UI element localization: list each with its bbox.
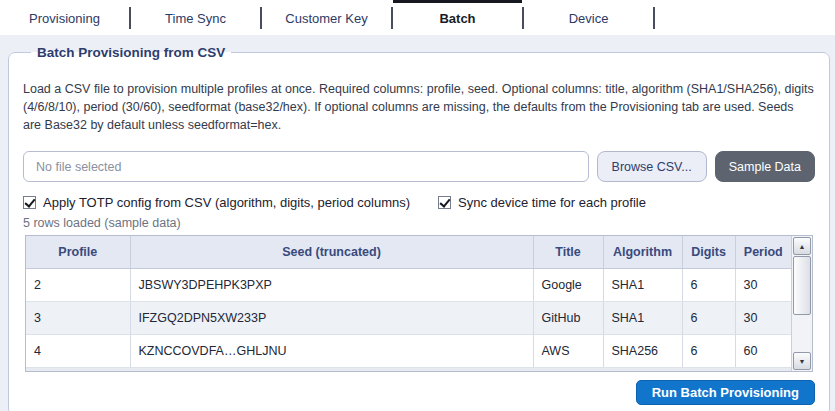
cell-title: GitHub: [533, 301, 603, 334]
cell-digits: 6: [682, 334, 735, 367]
cell-title: Google: [533, 268, 603, 301]
scroll-up-button[interactable]: ▲: [793, 237, 811, 255]
batch-groupbox: Batch Provisioning from CSV Load a CSV f…: [8, 45, 830, 411]
cell-seed: IFZGQ2DPN5XW233P: [130, 301, 533, 334]
apply-totp-config-option: Apply TOTP config from CSV (algorithm, d…: [23, 195, 410, 210]
batch-provisioning-window: Provisioning Time Sync Customer Key Batc…: [0, 0, 835, 411]
tab-time-sync[interactable]: Time Sync: [131, 0, 260, 35]
cell-profile: 2: [26, 268, 130, 301]
rows-loaded-status: 5 rows loaded (sample data): [23, 216, 815, 230]
csv-instructions-text: Load a CSV file to provision multiple pr…: [23, 80, 815, 134]
file-path-display[interactable]: No file selected: [23, 151, 589, 182]
column-header-algorithm: Algorithm: [603, 236, 682, 268]
tab-customer-key[interactable]: Customer Key: [262, 0, 391, 35]
cell-period: 60: [735, 334, 791, 367]
browse-csv-button[interactable]: Browse CSV...: [597, 151, 707, 182]
table-vertical-scrollbar[interactable]: ▲ ▼: [791, 236, 812, 371]
sync-device-time-label: Sync device time for each profile: [458, 195, 646, 210]
tab-label: Provisioning: [29, 11, 100, 26]
tab-provisioning[interactable]: Provisioning: [0, 0, 129, 35]
apply-totp-config-checkbox[interactable]: [23, 196, 36, 209]
cell-digits: 6: [682, 301, 735, 334]
cell-algorithm: SHA256: [603, 334, 682, 367]
tab-panel-batch: Batch Provisioning from CSV Load a CSV f…: [0, 35, 835, 411]
tab-separator: [653, 7, 655, 29]
sample-data-button[interactable]: Sample Data: [715, 151, 815, 182]
sync-device-time-option: Sync device time for each profile: [438, 195, 646, 210]
partial-next-row: [26, 368, 791, 372]
cell-profile: 3: [26, 301, 130, 334]
options-row: Apply TOTP config from CSV (algorithm, d…: [23, 195, 815, 210]
tab-label: Device: [569, 11, 609, 26]
cell-algorithm: SHA1: [603, 301, 682, 334]
tab-label: Customer Key: [285, 11, 367, 26]
tab-device[interactable]: Device: [524, 0, 653, 35]
column-header-period: Period: [735, 236, 791, 268]
cell-profile: 4: [26, 334, 130, 367]
cell-period: 30: [735, 301, 791, 334]
scroll-down-button[interactable]: ▼: [793, 352, 811, 370]
table-row[interactable]: 2 JBSWY3DPEHPK3PXP Google SHA1 6 30: [26, 268, 791, 301]
sync-device-time-checkbox[interactable]: [438, 196, 451, 209]
cell-seed: JBSWY3DPEHPK3PXP: [130, 268, 533, 301]
action-row: Run Batch Provisioning: [23, 380, 815, 405]
file-selection-row: No file selected Browse CSV... Sample Da…: [23, 151, 815, 182]
cell-period: 30: [735, 268, 791, 301]
file-path-text: No file selected: [36, 160, 121, 174]
column-header-digits: Digits: [682, 236, 735, 268]
apply-totp-config-label: Apply TOTP config from CSV (algorithm, d…: [43, 195, 410, 210]
tab-bar: Provisioning Time Sync Customer Key Batc…: [0, 0, 835, 35]
tab-label: Batch: [439, 11, 475, 26]
csv-preview-table: Profile Seed (truncated) Title Algorithm…: [25, 235, 813, 372]
cell-title: AWS: [533, 334, 603, 367]
table-grid-area: Profile Seed (truncated) Title Algorithm…: [26, 236, 791, 371]
cell-seed: KZNCCOVDFA…GHLJNU: [130, 334, 533, 367]
column-header-seed: Seed (truncated): [130, 236, 533, 268]
scrollbar-thumb[interactable]: [793, 256, 811, 315]
cell-algorithm: SHA1: [603, 268, 682, 301]
tab-batch[interactable]: Batch: [393, 0, 522, 35]
table-row[interactable]: 4 KZNCCOVDFA…GHLJNU AWS SHA256 6 60: [26, 334, 791, 367]
table-row[interactable]: 3 IFZGQ2DPN5XW233P GitHub SHA1 6 30: [26, 301, 791, 334]
groupbox-title: Batch Provisioning from CSV: [31, 45, 231, 60]
run-batch-provisioning-button[interactable]: Run Batch Provisioning: [636, 380, 815, 405]
column-header-profile: Profile: [26, 236, 130, 268]
tab-label: Time Sync: [165, 11, 226, 26]
cell-digits: 6: [682, 268, 735, 301]
column-header-title: Title: [533, 236, 603, 268]
table-header-row: Profile Seed (truncated) Title Algorithm…: [26, 236, 791, 268]
